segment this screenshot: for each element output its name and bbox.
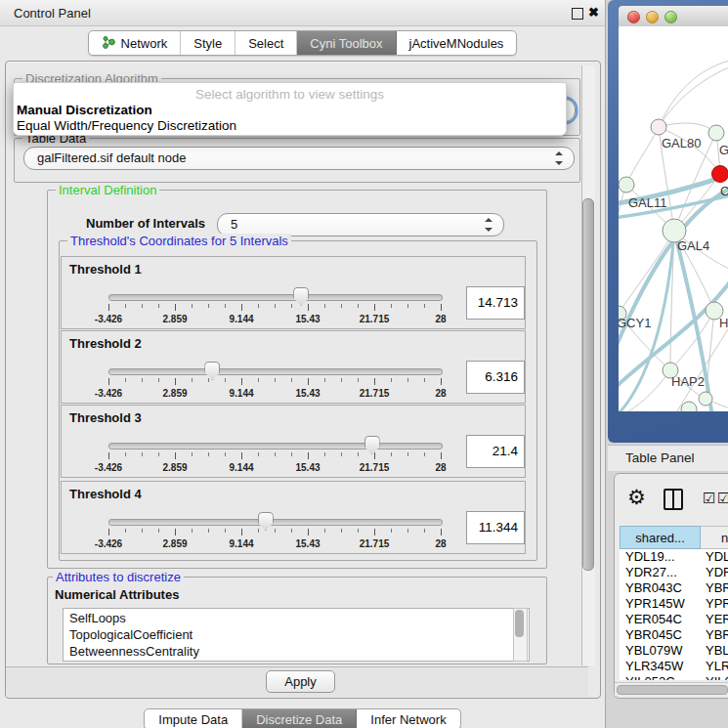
- zoom-traffic-light-icon[interactable]: [664, 11, 677, 23]
- network-view-window: GAL80GALCGAL11GAL4GCY1HHAP2: [608, 0, 728, 443]
- minimize-traffic-light-icon[interactable]: [646, 11, 659, 23]
- network-edge[interactable]: [619, 185, 626, 271]
- slider-tick: [291, 452, 292, 456]
- slider-tick: [308, 529, 309, 535]
- cell-shared-name: YER054C: [620, 612, 701, 626]
- table-row[interactable]: YBR043CYBR0: [620, 580, 728, 596]
- gear-icon[interactable]: ⚙: [627, 486, 646, 509]
- checkbox-icon[interactable]: ☑: [703, 490, 715, 507]
- cell-name: YBR0: [701, 627, 728, 642]
- slider-tick: [407, 529, 408, 533]
- table-row[interactable]: YER054CYER0: [620, 612, 728, 627]
- slider-tick: [308, 304, 309, 311]
- network-canvas[interactable]: GAL80GALCGAL11GAL4GCY1HHAP2: [619, 26, 728, 411]
- tab-select[interactable]: Select: [236, 31, 297, 55]
- bottom-tab-discretize-data[interactable]: Discretize Data: [242, 709, 357, 728]
- table-row[interactable]: YBR045CYBR0: [620, 627, 728, 643]
- slider-tick: [258, 529, 259, 533]
- threshold-label: Threshold 1: [69, 262, 142, 277]
- slider-tick: [275, 529, 276, 533]
- slider-track[interactable]: [108, 368, 443, 375]
- tab-jactivemnodules[interactable]: jActiveMNodules: [397, 31, 517, 55]
- slider-handle[interactable]: [364, 436, 380, 454]
- apply-button[interactable]: Apply: [266, 670, 335, 693]
- threshold-value-field[interactable]: 6.316: [466, 361, 525, 394]
- numerical-attributes-list[interactable]: SelfLoopsTopologicalCoefficientBetweenne…: [63, 608, 530, 662]
- threshold-value-field[interactable]: 11.344: [466, 511, 525, 544]
- network-graph[interactable]: GAL80GALCGAL11GAL4GCY1HHAP2: [619, 26, 728, 411]
- bottom-tab-bar: Impute DataDiscretize DataInfer Network: [0, 708, 605, 728]
- list-item[interactable]: BetweennessCentrality: [64, 642, 529, 659]
- network-node[interactable]: [651, 119, 666, 135]
- slider-tick-label: -3.426: [95, 314, 122, 324]
- threshold-value-field[interactable]: 21.4: [466, 435, 525, 468]
- cell-name: YIL0: [701, 674, 728, 680]
- slider-tick: [324, 378, 325, 382]
- bottom-tab-infer-network[interactable]: Infer Network: [357, 709, 459, 728]
- network-node[interactable]: [681, 402, 697, 411]
- slider-handle[interactable]: [258, 512, 274, 531]
- slider-track[interactable]: [108, 443, 443, 450]
- slider-handle[interactable]: [293, 287, 309, 306]
- attributes-vscrollbar-thumb[interactable]: [515, 610, 524, 637]
- slider-track[interactable]: [108, 294, 443, 301]
- slider-tick: [341, 529, 342, 533]
- tab-network[interactable]: Network: [89, 31, 182, 55]
- slider-tick: [225, 452, 226, 456]
- tab-label: Network: [121, 36, 168, 51]
- network-edge[interactable]: [659, 123, 716, 133]
- slider-tick: [391, 452, 392, 456]
- table-data-combo[interactable]: galFiltered.sif default node: [23, 147, 575, 170]
- thresholds-legend: Threshold's Coordinates for 5 Intervals: [67, 234, 291, 248]
- slider-tick: [407, 304, 408, 308]
- top-tab-bar: NetworkStyleSelectCyni ToolboxjActiveMNo…: [0, 30, 605, 56]
- table-row[interactable]: YDR27...YDR2: [620, 565, 728, 580]
- threshold-panel-4: Threshold 4-3.4262.8599.14415.4321.71528…: [61, 481, 526, 554]
- table-row[interactable]: YBL079WYBL0: [620, 643, 728, 659]
- slider-tick: [192, 529, 193, 533]
- slider-tick: [291, 529, 292, 533]
- table-row[interactable]: YIL052CYIL0: [620, 674, 728, 680]
- table-row[interactable]: YDL19...YDL1: [620, 549, 728, 565]
- network-node[interactable]: [708, 125, 724, 141]
- table-hscrollbar-thumb[interactable]: [617, 685, 728, 695]
- network-node[interactable]: [712, 166, 728, 183]
- slider-tick: [324, 529, 325, 533]
- network-edge[interactable]: [659, 65, 728, 127]
- slider-tick: [158, 378, 159, 382]
- network-node[interactable]: [619, 177, 634, 193]
- checkbox-icon[interactable]: ☑: [717, 490, 728, 507]
- column-header-name[interactable]: n...: [701, 526, 728, 549]
- slider-tick: [142, 452, 143, 456]
- list-item[interactable]: SelfLoops: [64, 609, 529, 625]
- content-vscrollbar-thumb[interactable]: [582, 198, 594, 571]
- network-edge[interactable]: [659, 60, 728, 127]
- menu-item-equal-width-frequency[interactable]: Equal Width/Frequency Discretization: [17, 118, 236, 133]
- float-window-icon[interactable]: [572, 8, 583, 20]
- slider-tick-label: -3.426: [95, 388, 122, 399]
- slider-tick: [374, 529, 375, 535]
- threshold-value-field[interactable]: 14.713: [466, 286, 525, 320]
- slider-handle[interactable]: [204, 362, 220, 380]
- slider-track[interactable]: [108, 519, 443, 526]
- slider-tick-label: 9.144: [229, 538, 253, 549]
- node-label: GAL: [719, 143, 728, 157]
- menu-item-manual-discretization[interactable]: Manual Discretization: [17, 103, 152, 117]
- table-hscrollbar-track[interactable]: [615, 682, 728, 696]
- table-row[interactable]: YPR145WYPR1: [620, 596, 728, 612]
- bottom-tab-impute-data[interactable]: Impute Data: [145, 709, 242, 728]
- slider-tick: [441, 529, 442, 535]
- slider-tick-label: 9.144: [229, 388, 253, 399]
- column-header-shared-name[interactable]: shared...: [620, 526, 701, 549]
- columns-icon[interactable]: [664, 489, 683, 510]
- close-traffic-light-icon[interactable]: [627, 11, 640, 23]
- table-row[interactable]: YLR345WYLR3: [620, 659, 728, 674]
- slider-tick: [208, 529, 209, 533]
- network-edge[interactable]: [626, 127, 659, 185]
- list-item[interactable]: TopologicalCoefficient: [64, 625, 529, 642]
- close-icon[interactable]: ✖: [588, 5, 599, 21]
- slider-tick: [158, 452, 159, 456]
- network-node[interactable]: [699, 392, 712, 406]
- tab-cyni-toolbox[interactable]: Cyni Toolbox: [297, 31, 396, 55]
- tab-style[interactable]: Style: [181, 31, 236, 55]
